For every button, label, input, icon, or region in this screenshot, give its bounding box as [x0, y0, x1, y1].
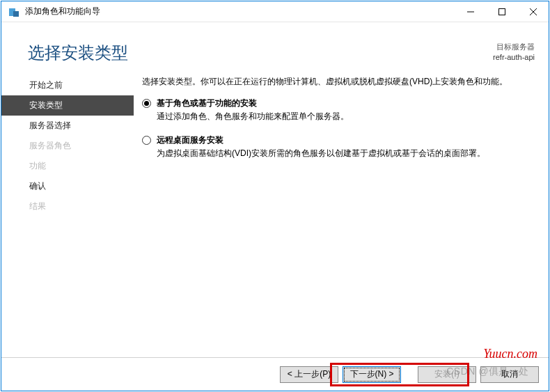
target-server-label: 目标服务器 — [493, 42, 535, 52]
option-role-based-title: 基于角色或基于功能的安装 — [157, 97, 528, 110]
button-bar: < 上一步(P) 下一步(N) > 安装(I) 取消 — [1, 357, 549, 391]
target-server-name: refr-auth-api — [493, 52, 535, 63]
sidebar-item-features: 功能 — [1, 156, 134, 176]
close-icon — [530, 8, 537, 15]
install-button: 安装(I) — [418, 366, 476, 383]
svg-rect-3 — [498, 8, 505, 15]
sidebar-item-server-roles: 服务器角色 — [1, 136, 134, 156]
option-rds[interactable]: 远程桌面服务安装 为虚拟桌面基础结构(VDI)安装所需的角色服务以创建基于虚拟机… — [142, 134, 528, 160]
sidebar-item-server-selection[interactable]: 服务器选择 — [1, 116, 134, 136]
wizard-window: 添加角色和功能向导 选择安装类型 目标服务器 refr-auth-api 开始之… — [1, 1, 549, 391]
server-manager-icon — [8, 6, 19, 17]
page-title: 选择安装类型 — [28, 42, 493, 64]
option-role-based[interactable]: 基于角色或基于功能的安装 通过添加角色、角色服务和功能来配置单个服务器。 — [142, 97, 528, 123]
cancel-button[interactable]: 取消 — [480, 366, 539, 383]
radio-role-based[interactable] — [142, 99, 151, 108]
sidebar-item-confirmation[interactable]: 确认 — [1, 176, 134, 196]
option-role-based-texts: 基于角色或基于功能的安装 通过添加角色、角色服务和功能来配置单个服务器。 — [157, 97, 528, 123]
option-rds-title: 远程桌面服务安装 — [157, 134, 528, 147]
svg-rect-1 — [13, 11, 19, 17]
maximize-icon — [498, 8, 505, 15]
option-role-based-desc: 通过添加角色、角色服务和功能来配置单个服务器。 — [157, 110, 528, 123]
wizard-header: 选择安装类型 目标服务器 refr-auth-api — [1, 22, 549, 71]
window-controls — [455, 1, 549, 22]
titlebar[interactable]: 添加角色和功能向导 — [1, 1, 549, 22]
target-server-box: 目标服务器 refr-auth-api — [493, 42, 535, 63]
sidebar-item-installation-type[interactable]: 安装类型 — [1, 95, 134, 116]
maximize-button[interactable] — [486, 1, 517, 22]
option-rds-texts: 远程桌面服务安装 为虚拟桌面基础结构(VDI)安装所需的角色服务以创建基于虚拟机… — [157, 134, 528, 160]
window-title: 添加角色和功能向导 — [25, 6, 455, 17]
next-button[interactable]: 下一步(N) > — [343, 366, 401, 383]
sidebar-item-before-you-begin[interactable]: 开始之前 — [1, 75, 134, 95]
wizard-sidebar: 开始之前 安装类型 服务器选择 服务器角色 功能 确认 结果 — [1, 71, 134, 357]
close-button[interactable] — [517, 1, 549, 22]
sidebar-item-results: 结果 — [1, 196, 134, 217]
option-rds-desc: 为虚拟桌面基础结构(VDI)安装所需的角色服务以创建基于虚拟机或基于会话的桌面部… — [157, 147, 528, 160]
content-intro: 选择安装类型。你可以在正在运行的物理计算机、虚拟机或脱机虚拟硬盘(VHD)上安装… — [142, 75, 528, 88]
wizard-content: 选择安装类型。你可以在正在运行的物理计算机、虚拟机或脱机虚拟硬盘(VHD)上安装… — [134, 71, 549, 357]
wizard-body: 选择安装类型 目标服务器 refr-auth-api 开始之前 安装类型 服务器… — [1, 22, 549, 391]
previous-button[interactable]: < 上一步(P) — [280, 366, 338, 383]
minimize-icon — [467, 8, 474, 15]
main-row: 开始之前 安装类型 服务器选择 服务器角色 功能 确认 结果 选择安装类型。你可… — [1, 71, 549, 357]
minimize-button[interactable] — [455, 1, 486, 22]
radio-rds[interactable] — [142, 136, 151, 145]
